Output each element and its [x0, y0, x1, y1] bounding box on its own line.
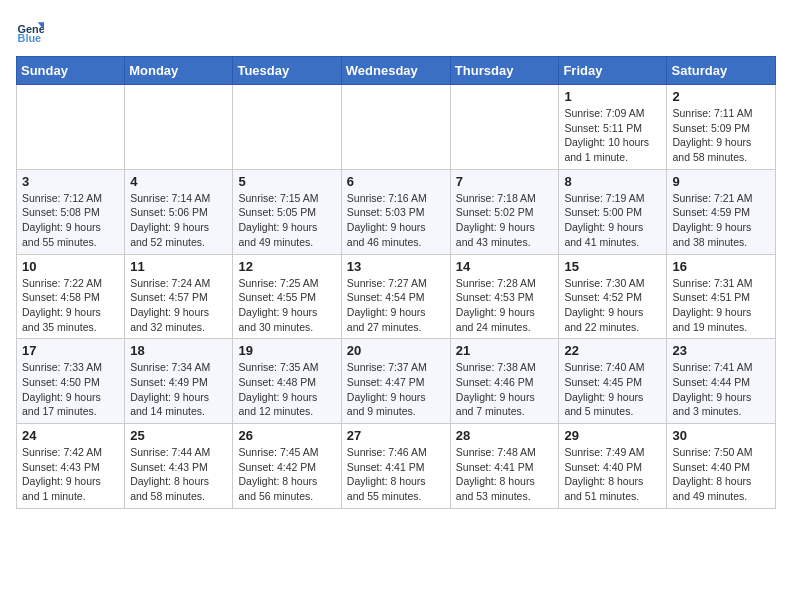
- calendar-cell: 15Sunrise: 7:30 AM Sunset: 4:52 PM Dayli…: [559, 254, 667, 339]
- day-info: Sunrise: 7:12 AM Sunset: 5:08 PM Dayligh…: [22, 191, 119, 250]
- day-info: Sunrise: 7:50 AM Sunset: 4:40 PM Dayligh…: [672, 445, 770, 504]
- day-number: 23: [672, 343, 770, 358]
- day-number: 11: [130, 259, 227, 274]
- calendar-cell: 27Sunrise: 7:46 AM Sunset: 4:41 PM Dayli…: [341, 424, 450, 509]
- day-number: 30: [672, 428, 770, 443]
- day-info: Sunrise: 7:35 AM Sunset: 4:48 PM Dayligh…: [238, 360, 335, 419]
- calendar-table: SundayMondayTuesdayWednesdayThursdayFrid…: [16, 56, 776, 509]
- calendar-cell: 13Sunrise: 7:27 AM Sunset: 4:54 PM Dayli…: [341, 254, 450, 339]
- calendar-cell: 3Sunrise: 7:12 AM Sunset: 5:08 PM Daylig…: [17, 169, 125, 254]
- day-number: 4: [130, 174, 227, 189]
- calendar-cell: 17Sunrise: 7:33 AM Sunset: 4:50 PM Dayli…: [17, 339, 125, 424]
- calendar-cell: [125, 85, 233, 170]
- day-info: Sunrise: 7:18 AM Sunset: 5:02 PM Dayligh…: [456, 191, 554, 250]
- day-info: Sunrise: 7:38 AM Sunset: 4:46 PM Dayligh…: [456, 360, 554, 419]
- day-info: Sunrise: 7:30 AM Sunset: 4:52 PM Dayligh…: [564, 276, 661, 335]
- weekday-header-tuesday: Tuesday: [233, 57, 341, 85]
- day-info: Sunrise: 7:15 AM Sunset: 5:05 PM Dayligh…: [238, 191, 335, 250]
- calendar-cell: 11Sunrise: 7:24 AM Sunset: 4:57 PM Dayli…: [125, 254, 233, 339]
- day-info: Sunrise: 7:09 AM Sunset: 5:11 PM Dayligh…: [564, 106, 661, 165]
- day-number: 1: [564, 89, 661, 104]
- day-info: Sunrise: 7:28 AM Sunset: 4:53 PM Dayligh…: [456, 276, 554, 335]
- week-row-5: 24Sunrise: 7:42 AM Sunset: 4:43 PM Dayli…: [17, 424, 776, 509]
- logo: General Blue: [16, 16, 48, 44]
- calendar-cell: 4Sunrise: 7:14 AM Sunset: 5:06 PM Daylig…: [125, 169, 233, 254]
- calendar-cell: 9Sunrise: 7:21 AM Sunset: 4:59 PM Daylig…: [667, 169, 776, 254]
- calendar-cell: [341, 85, 450, 170]
- day-number: 10: [22, 259, 119, 274]
- weekday-header-friday: Friday: [559, 57, 667, 85]
- calendar-cell: 22Sunrise: 7:40 AM Sunset: 4:45 PM Dayli…: [559, 339, 667, 424]
- header: General Blue: [16, 16, 776, 44]
- day-number: 26: [238, 428, 335, 443]
- calendar-cell: [233, 85, 341, 170]
- day-info: Sunrise: 7:44 AM Sunset: 4:43 PM Dayligh…: [130, 445, 227, 504]
- day-number: 21: [456, 343, 554, 358]
- day-info: Sunrise: 7:21 AM Sunset: 4:59 PM Dayligh…: [672, 191, 770, 250]
- day-number: 3: [22, 174, 119, 189]
- week-row-4: 17Sunrise: 7:33 AM Sunset: 4:50 PM Dayli…: [17, 339, 776, 424]
- calendar-cell: 25Sunrise: 7:44 AM Sunset: 4:43 PM Dayli…: [125, 424, 233, 509]
- weekday-header-row: SundayMondayTuesdayWednesdayThursdayFrid…: [17, 57, 776, 85]
- day-number: 6: [347, 174, 445, 189]
- weekday-header-sunday: Sunday: [17, 57, 125, 85]
- day-number: 16: [672, 259, 770, 274]
- calendar-cell: 2Sunrise: 7:11 AM Sunset: 5:09 PM Daylig…: [667, 85, 776, 170]
- day-number: 7: [456, 174, 554, 189]
- day-info: Sunrise: 7:24 AM Sunset: 4:57 PM Dayligh…: [130, 276, 227, 335]
- calendar-cell: 14Sunrise: 7:28 AM Sunset: 4:53 PM Dayli…: [450, 254, 559, 339]
- day-number: 2: [672, 89, 770, 104]
- day-number: 17: [22, 343, 119, 358]
- day-info: Sunrise: 7:48 AM Sunset: 4:41 PM Dayligh…: [456, 445, 554, 504]
- calendar-cell: [450, 85, 559, 170]
- day-info: Sunrise: 7:31 AM Sunset: 4:51 PM Dayligh…: [672, 276, 770, 335]
- calendar-cell: 20Sunrise: 7:37 AM Sunset: 4:47 PM Dayli…: [341, 339, 450, 424]
- calendar-cell: 21Sunrise: 7:38 AM Sunset: 4:46 PM Dayli…: [450, 339, 559, 424]
- week-row-1: 1Sunrise: 7:09 AM Sunset: 5:11 PM Daylig…: [17, 85, 776, 170]
- day-info: Sunrise: 7:11 AM Sunset: 5:09 PM Dayligh…: [672, 106, 770, 165]
- calendar-cell: 29Sunrise: 7:49 AM Sunset: 4:40 PM Dayli…: [559, 424, 667, 509]
- calendar-cell: 1Sunrise: 7:09 AM Sunset: 5:11 PM Daylig…: [559, 85, 667, 170]
- day-number: 20: [347, 343, 445, 358]
- day-number: 24: [22, 428, 119, 443]
- day-info: Sunrise: 7:34 AM Sunset: 4:49 PM Dayligh…: [130, 360, 227, 419]
- day-info: Sunrise: 7:37 AM Sunset: 4:47 PM Dayligh…: [347, 360, 445, 419]
- weekday-header-saturday: Saturday: [667, 57, 776, 85]
- day-number: 14: [456, 259, 554, 274]
- day-info: Sunrise: 7:25 AM Sunset: 4:55 PM Dayligh…: [238, 276, 335, 335]
- day-number: 18: [130, 343, 227, 358]
- calendar-cell: 16Sunrise: 7:31 AM Sunset: 4:51 PM Dayli…: [667, 254, 776, 339]
- calendar-cell: 26Sunrise: 7:45 AM Sunset: 4:42 PM Dayli…: [233, 424, 341, 509]
- calendar-cell: 12Sunrise: 7:25 AM Sunset: 4:55 PM Dayli…: [233, 254, 341, 339]
- day-number: 19: [238, 343, 335, 358]
- calendar-cell: 7Sunrise: 7:18 AM Sunset: 5:02 PM Daylig…: [450, 169, 559, 254]
- day-info: Sunrise: 7:40 AM Sunset: 4:45 PM Dayligh…: [564, 360, 661, 419]
- calendar-cell: 24Sunrise: 7:42 AM Sunset: 4:43 PM Dayli…: [17, 424, 125, 509]
- calendar-cell: 30Sunrise: 7:50 AM Sunset: 4:40 PM Dayli…: [667, 424, 776, 509]
- calendar-cell: 6Sunrise: 7:16 AM Sunset: 5:03 PM Daylig…: [341, 169, 450, 254]
- calendar-cell: 23Sunrise: 7:41 AM Sunset: 4:44 PM Dayli…: [667, 339, 776, 424]
- logo-icon: General Blue: [16, 16, 44, 44]
- day-info: Sunrise: 7:41 AM Sunset: 4:44 PM Dayligh…: [672, 360, 770, 419]
- day-number: 9: [672, 174, 770, 189]
- day-number: 25: [130, 428, 227, 443]
- calendar-cell: 8Sunrise: 7:19 AM Sunset: 5:00 PM Daylig…: [559, 169, 667, 254]
- weekday-header-monday: Monday: [125, 57, 233, 85]
- day-number: 27: [347, 428, 445, 443]
- calendar-cell: 18Sunrise: 7:34 AM Sunset: 4:49 PM Dayli…: [125, 339, 233, 424]
- day-number: 8: [564, 174, 661, 189]
- day-number: 12: [238, 259, 335, 274]
- week-row-3: 10Sunrise: 7:22 AM Sunset: 4:58 PM Dayli…: [17, 254, 776, 339]
- calendar-cell: 10Sunrise: 7:22 AM Sunset: 4:58 PM Dayli…: [17, 254, 125, 339]
- day-info: Sunrise: 7:46 AM Sunset: 4:41 PM Dayligh…: [347, 445, 445, 504]
- day-info: Sunrise: 7:14 AM Sunset: 5:06 PM Dayligh…: [130, 191, 227, 250]
- day-info: Sunrise: 7:42 AM Sunset: 4:43 PM Dayligh…: [22, 445, 119, 504]
- weekday-header-wednesday: Wednesday: [341, 57, 450, 85]
- day-number: 15: [564, 259, 661, 274]
- day-number: 5: [238, 174, 335, 189]
- week-row-2: 3Sunrise: 7:12 AM Sunset: 5:08 PM Daylig…: [17, 169, 776, 254]
- calendar-cell: [17, 85, 125, 170]
- day-number: 28: [456, 428, 554, 443]
- calendar-cell: 28Sunrise: 7:48 AM Sunset: 4:41 PM Dayli…: [450, 424, 559, 509]
- day-number: 13: [347, 259, 445, 274]
